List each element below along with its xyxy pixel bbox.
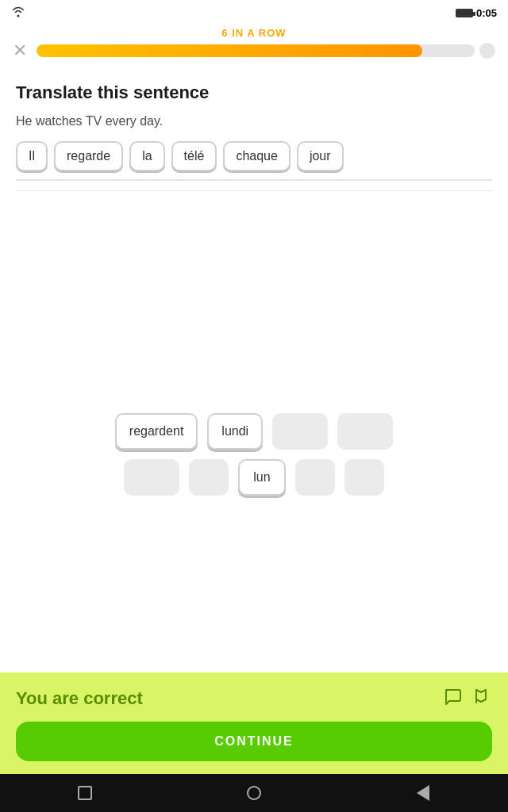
word-chip-empty-5 [295, 459, 335, 496]
answer-chip-il[interactable]: Il [16, 141, 48, 171]
word-chip-regardent[interactable]: regardent [115, 413, 198, 450]
source-sentence: He watches TV every day. [16, 114, 492, 128]
separator [16, 190, 492, 191]
wifi-icon [11, 6, 25, 20]
flag-icon[interactable] [473, 687, 492, 710]
word-chip-empty-6 [344, 459, 384, 496]
status-bar: 0:05 [0, 0, 508, 25]
square-icon [78, 786, 92, 800]
word-chip-lundi[interactable]: lundi [207, 413, 263, 450]
footer-icons [443, 687, 492, 710]
nav-back-button[interactable] [412, 782, 434, 804]
time-display: 0:05 [476, 7, 497, 19]
nav-home-button[interactable] [243, 782, 265, 804]
word-chip-empty-1 [272, 413, 328, 450]
progress-end-circle [479, 43, 495, 59]
word-bank: regardent lundi lun [0, 397, 508, 511]
word-chip-empty-4 [189, 459, 229, 496]
close-button[interactable]: ✕ [13, 40, 27, 61]
circle-icon [247, 786, 261, 800]
correct-text-row: You are correct [16, 687, 492, 710]
answer-area: Il regarde la télé chaque jour [16, 133, 492, 181]
answer-chip-chaque[interactable]: chaque [223, 141, 291, 171]
answer-chip-tele[interactable]: télé [171, 141, 217, 171]
top-nav: 6 IN A ROW ✕ [0, 25, 508, 67]
answer-chip-regarde[interactable]: regarde [54, 141, 123, 171]
instruction: Translate this sentence [16, 82, 492, 103]
continue-button[interactable]: CONTINUE [16, 722, 492, 761]
word-chip-empty-2 [337, 413, 393, 450]
status-bar-right: 0:05 [456, 7, 497, 19]
correct-footer: You are correct CONTINUE [0, 672, 508, 774]
word-chip-empty-3 [124, 459, 179, 496]
back-triangle-icon [417, 785, 429, 801]
main-content: Translate this sentence He watches TV ev… [0, 67, 508, 191]
progress-bar-container [37, 44, 475, 57]
answer-chip-jour[interactable]: jour [297, 141, 344, 171]
streak-label: 6 IN A ROW [221, 27, 286, 39]
nav-square-button[interactable] [74, 782, 96, 804]
correct-label: You are correct [16, 688, 143, 709]
android-nav-bar [0, 774, 508, 812]
word-bank-row-1: regardent lundi [115, 413, 393, 450]
chat-icon[interactable] [443, 687, 462, 710]
battery-icon [456, 9, 473, 17]
answer-chip-la[interactable]: la [129, 141, 164, 171]
word-bank-row-2: lun [124, 459, 384, 496]
word-chip-lun[interactable]: lun [238, 459, 286, 496]
progress-bar-fill [37, 44, 422, 57]
